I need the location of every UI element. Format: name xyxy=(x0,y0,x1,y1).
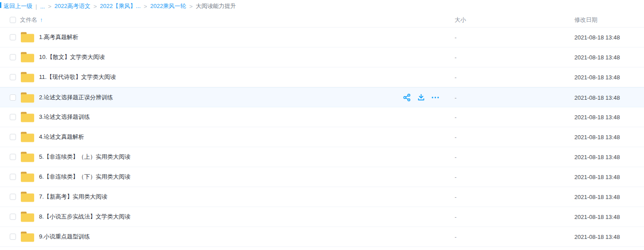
file-size: - xyxy=(455,234,456,240)
file-size: - xyxy=(455,94,456,101)
folder-icon xyxy=(21,132,34,142)
row-checkbox[interactable] xyxy=(10,54,16,60)
row-checkbox[interactable] xyxy=(10,214,16,220)
file-size: - xyxy=(455,74,456,81)
table-row[interactable]: 5.【非连续类】（上）实用类大阅读 xyxy=(0,147,644,167)
file-date: 2021-08-18 13:48 xyxy=(574,234,620,240)
file-name-link[interactable]: 2.论述文选择题正误分辨训练 xyxy=(39,94,113,102)
file-size: - xyxy=(455,54,456,61)
file-size: - xyxy=(455,174,456,180)
row-checkbox[interactable] xyxy=(10,94,16,101)
file-date: 2021-08-18 13:48 xyxy=(574,34,620,41)
row-checkbox[interactable] xyxy=(10,234,16,240)
file-size: - xyxy=(455,214,456,220)
row-hover-actions xyxy=(403,93,440,102)
row-checkbox[interactable] xyxy=(10,194,16,200)
row-checkbox[interactable] xyxy=(10,134,16,140)
more-icon[interactable] xyxy=(431,93,440,102)
file-date: 2021-08-18 13:48 xyxy=(574,174,620,180)
file-date: 2021-08-18 13:48 xyxy=(574,74,620,81)
file-name-link[interactable]: 5.【非连续类】（上）实用类大阅读 xyxy=(39,153,130,161)
breadcrumb-back-link[interactable]: 返回上一级 xyxy=(4,2,32,10)
folder-icon xyxy=(21,192,34,202)
breadcrumb-separator: > xyxy=(94,3,97,10)
file-date: 2021-08-18 13:48 xyxy=(574,54,620,61)
table-row[interactable]: 10.【散文】文学类大阅读 xyxy=(0,47,644,67)
table-row[interactable]: 9.小说重点题型训练 xyxy=(0,227,644,247)
breadcrumb-collapsed-link[interactable]: ... xyxy=(40,3,45,10)
row-checkbox[interactable] xyxy=(10,34,16,40)
folder-icon xyxy=(21,172,34,182)
file-table-header: 文件名↑ 大小 修改日期 xyxy=(0,12,644,27)
file-date: 2021-08-18 13:48 xyxy=(574,194,620,200)
file-size: - xyxy=(455,134,456,141)
download-icon[interactable] xyxy=(417,93,425,102)
breadcrumb-link-2[interactable]: 2022【乘风】... xyxy=(100,2,141,10)
left-edge-artifact xyxy=(0,2,1,8)
folder-icon xyxy=(21,112,34,122)
breadcrumb-separator: > xyxy=(144,3,147,10)
file-name-link[interactable]: 9.小说重点题型训练 xyxy=(39,233,90,241)
select-all-checkbox[interactable] xyxy=(10,17,16,23)
folder-icon xyxy=(21,72,34,82)
column-header-size[interactable]: 大小 xyxy=(455,16,466,24)
table-row[interactable]: 8.【小说五步实战法】文学类大阅读 xyxy=(0,207,644,227)
column-header-name[interactable]: 文件名↑ xyxy=(20,16,43,24)
breadcrumb-separator: > xyxy=(189,3,193,10)
breadcrumb-current-folder: 大阅读能力提升 xyxy=(196,2,236,10)
file-name-link[interactable]: 3.论述文选择题训练 xyxy=(39,113,90,121)
row-checkbox[interactable] xyxy=(10,114,16,120)
sort-ascending-icon[interactable]: ↑ xyxy=(40,16,43,23)
file-date: 2021-08-18 13:48 xyxy=(574,94,620,101)
file-date: 2021-08-18 13:48 xyxy=(574,114,620,121)
file-size: - xyxy=(455,34,456,41)
breadcrumb-link-3[interactable]: 2022乘风一轮 xyxy=(150,2,186,10)
share-icon[interactable] xyxy=(403,93,411,102)
folder-icon xyxy=(21,32,34,43)
file-size: - xyxy=(455,194,456,200)
file-name-link[interactable]: 7.【新高考】实用类大阅读 xyxy=(39,193,107,201)
folder-icon xyxy=(21,212,34,222)
breadcrumb-link-1[interactable]: 2022高考语文 xyxy=(55,2,90,10)
table-row[interactable]: 7.【新高考】实用类大阅读 xyxy=(0,187,644,207)
folder-icon xyxy=(21,52,34,62)
folder-icon xyxy=(21,232,34,242)
column-header-date[interactable]: 修改日期 xyxy=(574,16,597,24)
file-name-link[interactable]: 1.高考真题解析 xyxy=(39,33,79,41)
file-name-link[interactable]: 4.论述文真题解析 xyxy=(39,133,84,141)
folder-icon xyxy=(21,152,34,162)
folder-icon xyxy=(21,92,34,102)
file-size: - xyxy=(455,154,456,160)
breadcrumb-separator: > xyxy=(48,3,51,10)
table-row[interactable]: 1.高考真题解析 xyxy=(0,27,644,47)
table-row[interactable]: 6.【非连续类】（下）实用类大阅读 xyxy=(0,167,644,187)
file-date: 2021-08-18 13:48 xyxy=(574,154,620,160)
file-size: - xyxy=(455,114,456,121)
row-checkbox[interactable] xyxy=(10,174,16,180)
breadcrumb-pipe-separator: | xyxy=(35,3,37,10)
file-name-link[interactable]: 10.【散文】文学类大阅读 xyxy=(39,53,105,61)
file-name-link[interactable]: 6.【非连续类】（下）实用类大阅读 xyxy=(39,173,130,181)
table-row[interactable]: 11.【现代诗歌】文学类大阅读 xyxy=(0,67,644,87)
table-row[interactable]: 4.论述文真题解析 xyxy=(0,127,644,147)
file-name-link[interactable]: 11.【现代诗歌】文学类大阅读 xyxy=(39,73,116,81)
file-date: 2021-08-18 13:48 xyxy=(574,134,620,141)
file-date: 2021-08-18 13:48 xyxy=(574,214,620,220)
table-row[interactable]: 2.论述文选择题正误分辨训练 xyxy=(0,87,644,107)
row-checkbox[interactable] xyxy=(10,154,16,160)
table-row[interactable]: 3.论述文选择题训练 xyxy=(0,107,644,127)
file-name-link[interactable]: 8.【小说五步实战法】文学类大阅读 xyxy=(39,213,130,221)
breadcrumb: 返回上一级 | ... > 2022高考语文 > 2022【乘风】... > 2… xyxy=(0,0,644,12)
file-table-body: 1.高考真题解析 xyxy=(0,27,644,247)
row-checkbox[interactable] xyxy=(10,74,16,80)
